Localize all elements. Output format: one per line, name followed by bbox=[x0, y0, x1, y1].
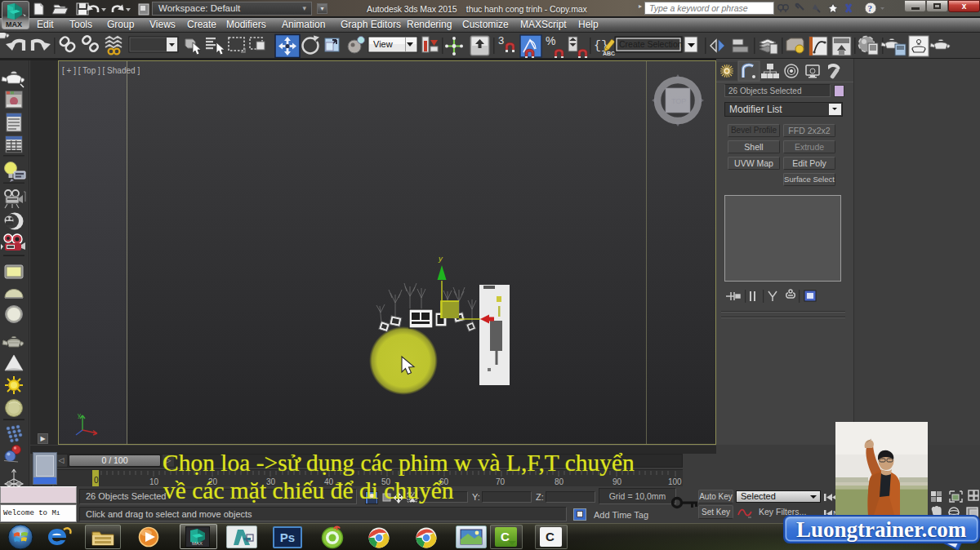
svg-text:y: y bbox=[438, 254, 443, 263]
svg-text:10: 10 bbox=[149, 477, 159, 486]
svg-text:0: 0 bbox=[94, 476, 99, 485]
svg-text:View: View bbox=[373, 39, 393, 49]
svg-text:Luongtrainer.com: Luongtrainer.com bbox=[796, 517, 967, 542]
svg-text:%: % bbox=[546, 34, 555, 47]
svg-text:ABC: ABC bbox=[603, 51, 615, 56]
svg-text:?: ? bbox=[868, 3, 873, 13]
svg-text:3: 3 bbox=[498, 34, 504, 47]
svg-text:MAX: MAX bbox=[6, 20, 22, 29]
svg-text:MAX: MAX bbox=[192, 541, 203, 546]
